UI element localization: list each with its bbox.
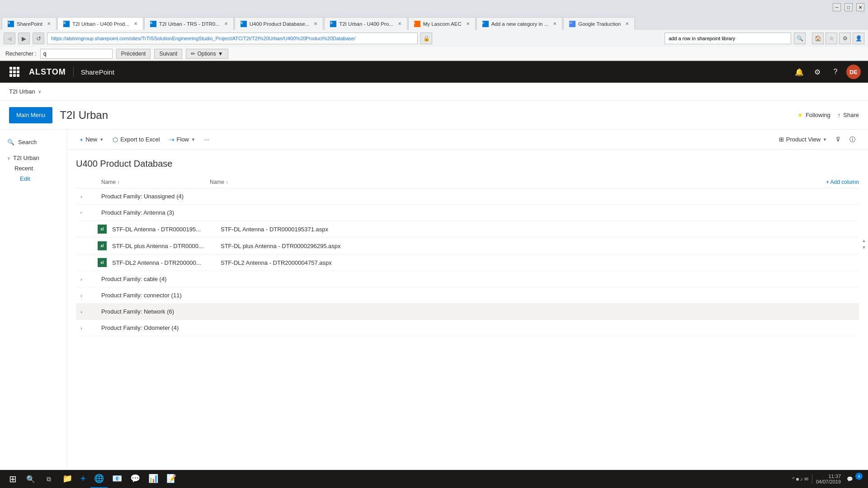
find-input[interactable] [40, 49, 113, 59]
tab-t2i-urban-u400[interactable]: S T2I Urban - U400 Prod... ✕ [57, 17, 143, 30]
waffle-button[interactable] [7, 65, 22, 79]
group-expand-network[interactable]: › [76, 309, 87, 314]
tab-t2i-trs[interactable]: S T2I Urban - TRS - DTR0... ✕ [144, 17, 234, 30]
item-name-2[interactable]: STF-DL plus Antenna - DTR0000... [112, 243, 221, 249]
notification-bell-icon[interactable]: 🔔 [792, 65, 807, 79]
sidebar-item-recent[interactable]: Recent [14, 163, 59, 174]
group-expand-cable[interactable]: › [76, 277, 87, 282]
taskbar-powerbi[interactable]: 📊 [145, 470, 162, 488]
sidebar-item-edit[interactable]: Edit [14, 174, 59, 184]
product-view-button[interactable]: ⊞ Product View ▼ [775, 132, 830, 147]
tab-close-icon[interactable]: ✕ [47, 21, 51, 26]
filter-button[interactable]: ⊽ [832, 132, 844, 147]
group-row-unassigned: › Product Family: Unassigned (4) [76, 188, 859, 205]
tab-close-icon[interactable]: ✕ [398, 21, 401, 26]
maximize-button[interactable]: □ [844, 3, 853, 11]
close-button[interactable]: ✕ [856, 3, 864, 11]
help-question-icon[interactable]: ? [828, 65, 843, 79]
flow-button[interactable]: ⇢ Flow ▼ [165, 132, 199, 147]
share-button[interactable]: ↑ Share [838, 112, 859, 118]
tab-close-icon[interactable]: ✕ [625, 21, 629, 26]
settings-gear-icon[interactable]: ⚙ [810, 65, 825, 79]
tab-u400-db[interactable]: S U400 Product Database... ✕ [235, 17, 323, 30]
excel-icon: ⬡ [113, 136, 118, 143]
favorites-button[interactable]: ☆ [826, 33, 837, 44]
main-menu-button[interactable]: Main Menu [9, 107, 52, 123]
excel-file-icon: xl [98, 241, 107, 250]
following-button[interactable]: ★ Following [797, 112, 830, 118]
user-avatar[interactable]: DE [846, 65, 861, 79]
skype-icon: 💬 [130, 474, 140, 483]
name-column-header[interactable]: Name ↕ [101, 179, 210, 185]
tab-favicon: G [569, 21, 576, 27]
settings-button[interactable]: ⚙ [839, 33, 851, 44]
tab-close-icon[interactable]: ✕ [314, 21, 317, 26]
find-options-button[interactable]: ✏ Options ▼ [186, 49, 228, 59]
search-icon: 🔍 [7, 139, 14, 145]
info-button[interactable]: ⓘ [846, 132, 859, 147]
tab-google-translate[interactable]: G Google Traduction ✕ [563, 17, 635, 30]
notification-icon[interactable]: 💬 [843, 472, 857, 486]
tab-lascom[interactable]: L My Lascom AEC ✕ [408, 17, 476, 30]
scroll-up-icon[interactable]: ▲ [862, 238, 866, 243]
group-expand-unassigned[interactable]: › [76, 194, 87, 199]
taskbar-clock[interactable]: 11:37 04/07/2019 [816, 474, 841, 484]
forward-button[interactable]: ▶ [18, 33, 30, 44]
tab-sharepoint[interactable]: S SharePoint ✕ [2, 17, 57, 30]
taskbar-add-button[interactable]: + [77, 470, 90, 488]
table-header: Name ↕ Name ↕ + Add column [76, 176, 859, 188]
share-icon: ↑ [838, 112, 841, 118]
group-label-antenna: Product Family: Antenna (3) [101, 209, 174, 216]
find-prev-button[interactable]: Précédent [116, 49, 151, 59]
tab-close-icon[interactable]: ✕ [134, 21, 137, 26]
name2-column-header[interactable]: Name ↕ [210, 179, 826, 185]
group-label-unassigned: Product Family: Unassigned (4) [101, 193, 184, 200]
add-column-button[interactable]: + Add column [826, 179, 859, 185]
find-label: Rechercher : [5, 51, 37, 57]
command-bar: + New ▼ ⬡ Export to Excel ⇢ Flow ▼ ··· [67, 130, 868, 150]
refresh-button[interactable]: ↺ [33, 33, 44, 44]
taskbar-chrome[interactable]: 🌐 [90, 470, 108, 488]
home-button[interactable]: 🏠 [812, 33, 824, 44]
new-button[interactable]: + New ▼ [76, 132, 107, 147]
group-label-cable: Product Family: cable (4) [101, 276, 167, 282]
tab-favicon: S [330, 21, 336, 27]
start-button[interactable]: ⊞ [4, 470, 22, 488]
taskbar-file-explorer[interactable]: 📁 [59, 470, 76, 488]
tab-add-category[interactable]: b Add a new category in ... ✕ [476, 17, 563, 30]
group-expand-odometer[interactable]: › [76, 325, 87, 331]
minimize-button[interactable]: ─ [833, 3, 841, 11]
group-expand-antenna[interactable]: › [79, 207, 84, 218]
tab-t2i-urban-pro[interactable]: S T2I Urban - U400 Pro... ✕ [324, 17, 407, 30]
taskbar-word[interactable]: 📝 [163, 470, 180, 488]
browser-search-input[interactable] [665, 33, 791, 44]
taskbar-task-view-button[interactable]: ⧉ [40, 470, 58, 488]
back-button[interactable]: ◀ [4, 33, 15, 44]
address-input[interactable] [47, 33, 418, 44]
taskbar-search-button[interactable]: 🔍 [23, 471, 39, 487]
alstom-logo[interactable]: ALSTOM [29, 67, 66, 77]
sidebar-item-t2i-urban[interactable]: ∨ T2I Urban [7, 153, 59, 163]
ssl-icon[interactable]: 🔒 [420, 33, 432, 44]
search-go-button[interactable]: 🔍 [794, 33, 806, 44]
item-name-1[interactable]: STF-DL Antenna - DTR0000195... [112, 226, 221, 233]
export-to-excel-button[interactable]: ⬡ Export to Excel [109, 132, 163, 147]
taskbar-skype[interactable]: 💬 [127, 470, 144, 488]
tab-label: Google Traduction [578, 21, 621, 27]
sp-sidebar: 🔍 Search ∨ T2I Urban Recent Edit [0, 130, 67, 488]
find-next-button[interactable]: Suivant [154, 49, 182, 59]
more-options-button[interactable]: ··· [201, 132, 213, 147]
breadcrumb-t2i-urban[interactable]: T2I Urban [9, 88, 35, 95]
file-icon-1: xl [98, 225, 112, 234]
tab-close-icon[interactable]: ✕ [224, 21, 228, 26]
tab-close-icon[interactable]: ✕ [553, 21, 557, 26]
tab-favicon: S [241, 21, 247, 27]
taskbar-outlook[interactable]: 📧 [108, 470, 126, 488]
group-expand-connector[interactable]: › [76, 293, 87, 298]
user-button[interactable]: 👤 [853, 33, 864, 44]
item-name-3[interactable]: STF-DL2 Antenna - DTR200000... [112, 259, 221, 266]
scroll-down-icon[interactable]: ▼ [862, 245, 866, 250]
taskbar-date-display: 04/07/2019 [816, 479, 841, 484]
tab-close-icon[interactable]: ✕ [466, 21, 470, 26]
sidebar-search[interactable]: 🔍 Search [0, 135, 66, 149]
